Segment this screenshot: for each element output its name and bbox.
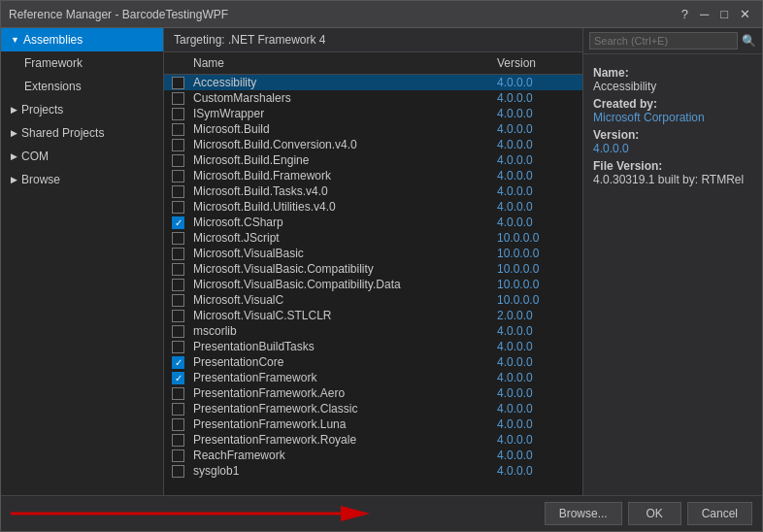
row-name: Microsoft.VisualBasic.Compatibility [193,262,497,276]
row-checkbox[interactable] [172,279,193,291]
table-row[interactable]: ReachFramework4.0.0.0 [164,448,582,463]
table-row[interactable]: Microsoft.Build.Conversion.v4.04.0.0.0 [164,137,582,152]
header-version-col: Version [497,56,575,70]
table-row[interactable]: Microsoft.VisualBasic.Compatibility.Data… [164,277,582,292]
row-checkbox[interactable] [172,232,193,245]
row-name: ISymWrapper [193,107,497,120]
table-row[interactable]: mscorlib4.0.0.0 [164,323,582,339]
row-name: sysglob1 [193,464,497,478]
table-row[interactable]: sysglob14.0.0.0 [164,463,582,479]
row-version: 4.0.0.0 [497,449,575,462]
row-checkbox[interactable] [172,185,193,198]
row-checkbox[interactable] [172,92,193,105]
targeting-bar: Targeting: .NET Framework 4 [164,28,582,52]
row-name: Microsoft.JScript [193,231,497,245]
table-row[interactable]: CustomMarshalers4.0.0.0 [164,90,582,106]
row-version: 4.0.0.0 [497,355,575,369]
row-name: Microsoft.VisualBasic.Compatibility.Data [193,278,497,291]
bottom-bar: Browse... OK Cancel [1,495,762,531]
table-row[interactable]: PresentationFramework.Royale4.0.0.0 [164,432,582,448]
row-name: Microsoft.VisualC [193,293,497,307]
row-checkbox[interactable] [172,77,193,89]
row-version: 4.0.0.0 [497,216,575,229]
sidebar-item-extensions[interactable]: Extensions [1,75,163,98]
table-row[interactable]: PresentationFramework.Aero4.0.0.0 [164,385,582,401]
close-button[interactable]: ✕ [736,7,754,21]
table-row[interactable]: Microsoft.VisualC10.0.0.0 [164,292,582,308]
row-checkbox[interactable] [172,418,193,431]
table-row[interactable]: Microsoft.VisualBasic.Compatibility10.0.… [164,261,582,277]
sidebar-item-assemblies[interactable]: ▼ Assemblies [1,28,163,51]
row-checkbox[interactable]: ✓ [172,356,193,369]
table-row[interactable]: Microsoft.JScript10.0.0.0 [164,230,582,246]
table-row[interactable]: Accessibility4.0.0.0 [164,75,582,90]
row-checkbox[interactable] [172,310,193,322]
table-row[interactable]: PresentationFramework.Classic4.0.0.0 [164,401,582,416]
row-checkbox[interactable] [172,154,193,167]
table-row[interactable]: Microsoft.Build.Engine4.0.0.0 [164,152,582,168]
minimize-button[interactable]: ─ [696,7,713,21]
sidebar-item-shared-projects[interactable]: ▶ Shared Projects [1,121,163,145]
table-row[interactable]: Microsoft.Build.Tasks.v4.04.0.0.0 [164,183,582,199]
row-checkbox[interactable] [172,434,193,447]
checkbox-unchecked-icon [172,232,184,245]
red-arrow-icon [11,502,370,525]
row-checkbox[interactable]: ✓ [172,216,193,229]
row-checkbox[interactable] [172,465,193,478]
row-checkbox[interactable] [172,387,193,400]
row-checkbox[interactable] [172,123,193,136]
table-row[interactable]: ✓Microsoft.CSharp4.0.0.0 [164,215,582,230]
row-checkbox[interactable] [172,341,193,353]
checkbox-unchecked-icon [172,170,184,183]
row-checkbox[interactable] [172,201,193,214]
checkbox-unchecked-icon [172,263,184,276]
checkbox-unchecked-icon [172,418,184,431]
browse-button[interactable]: Browse... [545,502,622,525]
row-checkbox[interactable] [172,170,193,183]
table-row[interactable]: Microsoft.VisualC.STLCLR2.0.0.0 [164,308,582,323]
checkbox-unchecked-icon [172,92,184,105]
search-bar: 🔍 [583,28,762,54]
table-row[interactable]: Microsoft.Build4.0.0.0 [164,121,582,137]
table-row[interactable]: Microsoft.VisualBasic10.0.0.0 [164,246,582,261]
chevron-right-icon: ▶ [11,128,17,138]
row-checkbox[interactable] [172,403,193,416]
search-input[interactable] [589,32,738,50]
table-row[interactable]: ✓PresentationFramework4.0.0.0 [164,370,582,385]
table-row[interactable]: Microsoft.Build.Utilities.v4.04.0.0.0 [164,199,582,215]
table-row[interactable]: Microsoft.Build.Framework4.0.0.0 [164,168,582,183]
main-content: ▼ Assemblies Framework Extensions ▶ Proj… [1,28,762,495]
row-name: Microsoft.Build [193,122,497,136]
sidebar-item-browse[interactable]: ▶ Browse [1,168,163,191]
maximize-button[interactable]: □ [716,7,732,21]
row-checkbox[interactable] [172,263,193,276]
row-checkbox[interactable]: ✓ [172,372,193,384]
row-checkbox[interactable] [172,449,193,462]
table-row[interactable]: ✓PresentationCore4.0.0.0 [164,354,582,370]
sidebar-item-projects[interactable]: ▶ Projects [1,98,163,121]
checkbox-unchecked-icon [172,341,184,353]
row-checkbox[interactable] [172,294,193,307]
row-checkbox[interactable] [172,139,193,151]
row-version: 2.0.0.0 [497,309,575,322]
sidebar: ▼ Assemblies Framework Extensions ▶ Proj… [1,28,164,495]
row-checkbox[interactable] [172,325,193,338]
info-version-label: Version: [593,128,752,142]
table-row[interactable]: PresentationBuildTasks4.0.0.0 [164,339,582,354]
ok-button[interactable]: OK [628,502,681,525]
checkbox-unchecked-icon [172,465,184,478]
info-name-label: Name: [593,66,752,80]
sidebar-item-com[interactable]: ▶ COM [1,145,163,168]
info-name-value: Accessibility [593,80,752,93]
info-panel: Name: Accessibility Created by: Microsof… [583,54,762,495]
sidebar-item-framework[interactable]: Framework [1,51,163,75]
row-version: 10.0.0.0 [497,278,575,291]
row-version: 10.0.0.0 [497,262,575,276]
cancel-button[interactable]: Cancel [687,502,752,525]
row-checkbox[interactable] [172,108,193,120]
help-button[interactable]: ? [678,7,692,21]
row-checkbox[interactable] [172,248,193,260]
table-row[interactable]: PresentationFramework.Luna4.0.0.0 [164,416,582,432]
assembly-list[interactable]: Accessibility4.0.0.0CustomMarshalers4.0.… [164,75,582,495]
table-row[interactable]: ISymWrapper4.0.0.0 [164,106,582,121]
